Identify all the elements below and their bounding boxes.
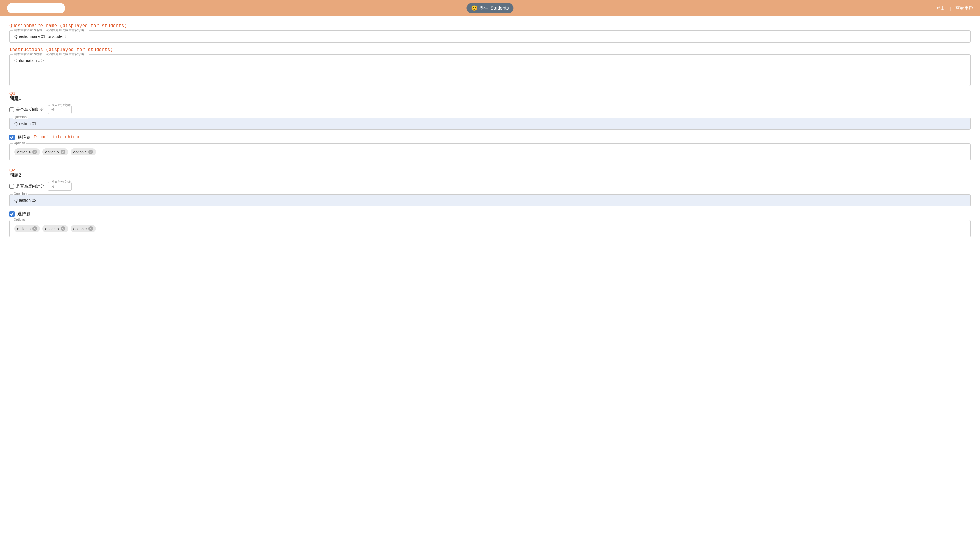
q2-mc-row: 選擇題 (10, 211, 970, 217)
q2-mc-checkbox[interactable] (10, 211, 14, 217)
q1-option-remove-1[interactable]: × (60, 149, 65, 154)
student-badge: 😊 學生 Students (466, 3, 513, 13)
q1-question-input[interactable] (10, 118, 970, 129)
student-en-label: Students (490, 6, 509, 11)
main-content: Quesionnaire name (displayed for student… (0, 16, 980, 539)
logout-button[interactable]: 登出 (936, 6, 945, 11)
q1-reverse-score-checkbox[interactable] (10, 107, 14, 112)
q1-option-chip-1: option b × (42, 148, 68, 156)
q1-option-label-0: option a (17, 150, 30, 154)
q2-option-chip-0: option a × (14, 225, 40, 232)
q1-options-label: Options (13, 141, 26, 145)
q2-title: 問題2 (10, 172, 970, 178)
q1-mc-type: Is multiple chioce (33, 135, 81, 140)
header-divider: | (950, 6, 951, 11)
question-block-q2: Q2 問題2 是否為反向計分 反向計分之總分 Question 選擇題 Opti… (10, 167, 970, 237)
header-search-input[interactable] (7, 3, 65, 13)
q2-score-field: 反向計分之總分 (48, 182, 72, 191)
q2-question-container: Question (10, 194, 970, 207)
q2-score-label: 反向計分之總分 (51, 180, 72, 188)
q1-drag-handle[interactable]: ⋮⋮ (954, 120, 970, 127)
q1-question-container: Question ⋮⋮ (10, 118, 970, 130)
student-zh-label: 學生 (479, 5, 488, 11)
q1-reverse-score-row: 是否為反向計分 反向計分之總分 (10, 105, 970, 114)
q2-options-container: Options option a × option b × option c × (10, 220, 970, 237)
q2-option-chip-1: option b × (42, 225, 68, 232)
q2-option-label-1: option b (45, 227, 59, 231)
q1-title: 問題1 (10, 96, 970, 102)
q1-score-field: 反向計分之總分 (48, 105, 72, 114)
q1-mc-row: 選擇題 Is multiple chioce (10, 134, 970, 140)
q2-reverse-score-label[interactable]: 是否為反向計分 (10, 184, 45, 189)
instructions-field: 給學生看的量表說明（沒有問題時此欄位會被忽略） <information ...… (10, 54, 970, 86)
q1-option-chip-2: option c × (71, 148, 96, 156)
questionnaire-name-label: 給學生看的量表名稱（沒有問題時此欄位會被忽略） (13, 28, 89, 32)
q1-option-label-1: option b (45, 150, 59, 154)
q2-options-chips: option a × option b × option c × (14, 225, 966, 232)
q2-option-chip-2: option c × (71, 225, 96, 232)
q1-question-label: Question (13, 115, 28, 119)
q1-reverse-score-label[interactable]: 是否為反向計分 (10, 107, 45, 112)
q2-mc-label: 選擇題 (18, 211, 30, 217)
q2-question-label: Question (13, 192, 28, 196)
q1-mc-checkbox[interactable] (10, 135, 14, 140)
instructions-textarea[interactable]: <information ...> (14, 58, 966, 81)
questionnaire-name-field: 給學生看的量表名稱（沒有問題時此欄位會被忽略） (10, 30, 970, 43)
q1-option-remove-0[interactable]: × (32, 149, 37, 154)
q2-reverse-score-checkbox[interactable] (10, 184, 14, 189)
student-emoji: 😊 (471, 5, 477, 11)
q1-option-remove-2[interactable]: × (88, 149, 93, 154)
questionnaire-name-title: Quesionnaire name (displayed for student… (10, 23, 970, 29)
questionnaire-name-input[interactable] (14, 34, 966, 39)
header-right: 登出 | 查看用戶 (936, 6, 973, 11)
q1-mc-label: 選擇題 (18, 134, 30, 140)
question-block-q1: Q1 問題1 是否為反向計分 反向計分之總分 Question ⋮⋮ 選擇題 I… (10, 91, 970, 161)
q2-id: Q2 (10, 167, 970, 172)
q1-id: Q1 (10, 91, 970, 96)
q2-reverse-score-row: 是否為反向計分 反向計分之總分 (10, 182, 970, 191)
q1-options-chips: option a × option b × option c × (14, 148, 966, 156)
q1-reverse-score-text: 是否為反向計分 (16, 107, 45, 112)
instructions-label: 給學生看的量表說明（沒有問題時此欄位會被忽略） (13, 52, 89, 56)
student-badge-container: 😊 學生 Students (466, 3, 513, 13)
header: 😊 學生 Students 登出 | 查看用戶 (0, 0, 980, 16)
q2-option-label-0: option a (17, 227, 30, 231)
q2-option-remove-1[interactable]: × (60, 226, 65, 231)
q2-option-remove-2[interactable]: × (88, 226, 93, 231)
q1-option-chip-0: option a × (14, 148, 40, 156)
q2-reverse-score-text: 是否為反向計分 (16, 184, 45, 189)
q2-question-input[interactable] (10, 194, 970, 206)
q2-option-label-2: option c (73, 227, 87, 231)
q1-option-label-2: option c (73, 150, 87, 154)
q2-options-label: Options (13, 218, 26, 221)
q1-score-label: 反向計分之總分 (51, 103, 72, 112)
instructions-title: Instructions (displayed for students) (10, 47, 970, 52)
q2-option-remove-0[interactable]: × (32, 226, 37, 231)
q1-options-container: Options option a × option b × option c × (10, 143, 970, 161)
view-users-button[interactable]: 查看用戶 (956, 6, 973, 11)
